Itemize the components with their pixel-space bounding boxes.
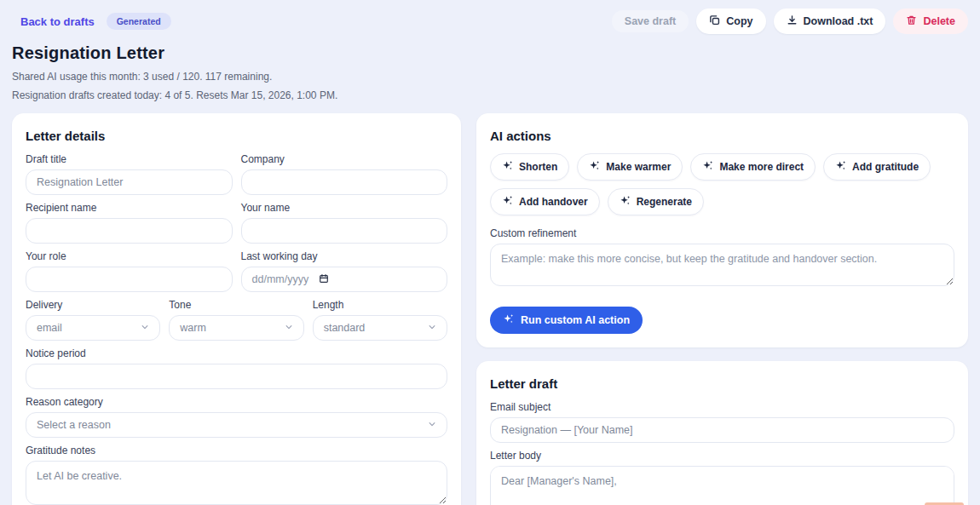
copy-label: Copy <box>726 16 752 27</box>
make-warmer-label: Make warmer <box>606 161 671 173</box>
add-gratitude-label: Add gratitude <box>852 161 919 173</box>
page-title: Resignation Letter <box>12 43 968 63</box>
letter-details-heading: Letter details <box>26 129 447 143</box>
save-draft-button[interactable]: Save draft <box>612 10 689 33</box>
download-txt-button[interactable]: Download .txt <box>774 9 886 34</box>
right-column: AI actions Shorten Make warmer Make more… <box>476 113 968 505</box>
company-input[interactable] <box>241 169 448 195</box>
run-custom-ai-action-button[interactable]: Run custom AI action <box>490 307 643 334</box>
reason-category-value: Select a reason <box>37 419 111 431</box>
your-role-label: Your role <box>26 250 233 262</box>
reason-category-label: Reason category <box>26 396 447 408</box>
your-name-input[interactable] <box>241 218 448 244</box>
tone-label: Tone <box>169 299 303 311</box>
ai-usage-line: Shared AI usage this month: 3 used / 120… <box>12 71 968 83</box>
run-custom-ai-action-label: Run custom AI action <box>521 314 630 326</box>
your-name-label: Your name <box>241 202 448 214</box>
recipient-name-label: Recipient name <box>26 202 233 214</box>
delivery-select[interactable]: email <box>26 315 160 341</box>
delete-label: Delete <box>923 16 955 27</box>
sparkle-icon <box>835 160 846 174</box>
your-role-input[interactable] <box>26 267 233 292</box>
status-badge: Generated <box>107 13 171 30</box>
recipient-name-input[interactable] <box>26 218 233 244</box>
download-icon <box>787 14 798 28</box>
ai-actions-heading: AI actions <box>490 129 954 143</box>
ai-action-buttons: Shorten Make warmer Make more direct Add… <box>490 153 954 215</box>
top-bar: Back to drafts Generated Save draft Copy… <box>12 9 968 34</box>
chevron-down-icon <box>141 322 149 334</box>
sparkle-icon <box>589 160 600 174</box>
sparkle-icon <box>502 160 513 174</box>
delivery-value: email <box>37 322 62 334</box>
letter-draft-heading: Letter draft <box>490 376 954 391</box>
chevron-down-icon <box>428 322 436 334</box>
add-gratitude-button[interactable]: Add gratitude <box>823 153 931 181</box>
length-value: standard <box>324 322 366 334</box>
last-working-day-input[interactable]: dd/mm/yyyy <box>241 267 448 292</box>
add-handover-button[interactable]: Add handover <box>490 188 600 215</box>
letter-body-textarea[interactable]: Dear [Manager's Name], I am writing to f… <box>490 466 954 505</box>
letter-body-label: Letter body <box>490 450 954 462</box>
letter-details-card: Letter details Draft title Company Recip… <box>12 113 461 505</box>
make-more-direct-label: Make more direct <box>719 161 804 173</box>
make-more-direct-button[interactable]: Make more direct <box>690 153 816 181</box>
chevron-down-icon <box>428 419 436 431</box>
sparkle-icon <box>702 160 713 174</box>
reason-category-select[interactable]: Select a reason <box>26 412 447 438</box>
trash-icon <box>906 14 917 28</box>
gratitude-notes-textarea[interactable]: Let AI be creative. <box>26 461 447 505</box>
delivery-label: Delivery <box>26 299 160 311</box>
custom-refinement-label: Custom refinement <box>490 227 954 239</box>
last-working-day-label: Last working day <box>241 250 448 262</box>
company-label: Company <box>241 153 448 165</box>
sparkle-icon <box>502 195 513 209</box>
tone-value: warm <box>180 322 206 334</box>
back-to-drafts-link[interactable]: Back to drafts <box>20 15 95 28</box>
calendar-icon[interactable] <box>319 273 329 286</box>
length-select[interactable]: standard <box>313 315 447 341</box>
regenerate-label: Regenerate <box>637 196 692 208</box>
add-handover-label: Add handover <box>519 196 588 208</box>
gratitude-notes-label: Gratitude notes <box>26 445 447 456</box>
tone-select[interactable]: warm <box>169 315 303 341</box>
make-warmer-button[interactable]: Make warmer <box>577 153 683 181</box>
shorten-label: Shorten <box>519 161 557 173</box>
save-draft-label: Save draft <box>625 16 676 27</box>
regenerate-button[interactable]: Regenerate <box>608 188 704 215</box>
ai-actions-card: AI actions Shorten Make warmer Make more… <box>476 113 968 347</box>
copy-icon <box>709 14 720 28</box>
resignation-letter-page: Back to drafts Generated Save draft Copy… <box>0 0 980 505</box>
sparkle-icon <box>620 195 631 209</box>
length-label: Length <box>313 299 447 311</box>
drafts-quota-line: Resignation drafts created today: 4 of 5… <box>12 89 968 101</box>
email-subject-input[interactable] <box>490 417 954 443</box>
draft-title-input[interactable] <box>26 169 233 195</box>
shorten-button[interactable]: Shorten <box>490 153 569 181</box>
notice-period-label: Notice period <box>26 347 447 359</box>
date-placeholder: dd/mm/yyyy <box>252 273 309 285</box>
sparkle-icon <box>503 313 514 327</box>
draft-title-label: Draft title <box>26 153 233 165</box>
letter-draft-card: Letter draft Email subject Letter body D… <box>476 361 968 505</box>
download-label: Download .txt <box>804 16 873 27</box>
custom-refinement-textarea[interactable] <box>490 244 954 286</box>
delete-button[interactable]: Delete <box>893 9 968 34</box>
notice-period-input[interactable] <box>26 364 447 389</box>
chevron-down-icon <box>285 322 293 334</box>
email-subject-label: Email subject <box>490 401 954 413</box>
copy-button[interactable]: Copy <box>696 9 765 34</box>
